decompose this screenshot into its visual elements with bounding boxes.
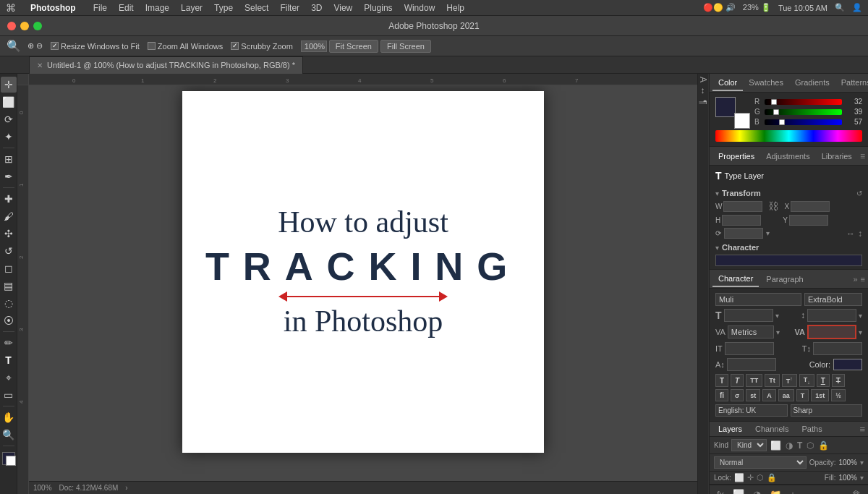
underline-button[interactable]: T [817, 374, 830, 387]
maximize-button[interactable] [33, 22, 42, 30]
rotation-input[interactable]: 0.00° [724, 228, 763, 239]
resize-windows-check[interactable] [51, 42, 59, 50]
transform-y-input[interactable]: 1.01 in [789, 215, 828, 226]
menu-plugins[interactable]: Plugins [364, 3, 392, 13]
color-thumb-r[interactable] [771, 99, 777, 105]
color-slider-b[interactable] [765, 119, 842, 125]
opacity-arrow[interactable]: ▾ [860, 459, 864, 467]
tab-libraries[interactable]: Libraries [816, 149, 858, 163]
fit-screen-button[interactable]: Fit Screen [329, 40, 378, 53]
font-style-dropdown[interactable]: ExtraBold [804, 293, 862, 306]
filter-type-icon[interactable]: T [796, 440, 803, 451]
swash-button[interactable]: A [762, 389, 776, 401]
eyedropper-tool[interactable]: ✒ [1, 169, 17, 184]
add-mask-button[interactable]: ⬜ [730, 487, 747, 494]
tab-channels[interactable]: Channels [749, 422, 794, 436]
add-adjustment-button[interactable]: ◑ [750, 487, 764, 494]
lasso-tool[interactable]: ⟳ [1, 111, 17, 127]
zoom-in-icon[interactable]: ⊕ [27, 41, 34, 51]
tab-paragraph[interactable]: Paragraph [760, 272, 809, 286]
scrubby-zoom-check[interactable] [231, 42, 239, 50]
tracking-arrow[interactable]: ▾ [859, 328, 862, 336]
transform-w-input[interactable]: 3.59 in [723, 201, 762, 212]
eraser-tool[interactable]: ◻ [1, 260, 17, 276]
leading-arrow[interactable]: ▾ [859, 312, 862, 320]
contextual-button[interactable]: aa [778, 389, 794, 401]
character-collapse-icon[interactable]: ▾ [715, 244, 719, 252]
strikethrough-button[interactable]: T [832, 374, 845, 387]
flip-h-icon[interactable]: ↔ [846, 229, 855, 239]
hand-tool[interactable]: ✋ [1, 409, 17, 425]
mid-icon-3[interactable]: ¶ [698, 100, 708, 104]
lock-pixels-icon[interactable]: ⬜ [734, 473, 744, 482]
ordinal-button[interactable]: 1st [811, 389, 829, 401]
gradient-tool[interactable]: ▤ [1, 278, 17, 294]
color-thumb-b[interactable] [779, 119, 785, 125]
transform-reset[interactable]: ↺ [856, 189, 862, 197]
color-thumb-g[interactable] [773, 109, 779, 115]
font-size-arrow[interactable]: ▾ [775, 312, 779, 320]
foreground-color-swatch[interactable] [2, 452, 15, 465]
fill-screen-button[interactable]: Fill Screen [380, 40, 431, 53]
italic-button[interactable]: T [731, 374, 744, 387]
foreground-swatch[interactable] [715, 97, 736, 117]
zoom-tool[interactable]: 🔍 [1, 427, 17, 443]
superscript-button[interactable]: T↑ [782, 374, 797, 387]
blur-tool[interactable]: ◌ [1, 295, 17, 311]
menu-image[interactable]: Image [145, 3, 169, 13]
menu-type[interactable]: Type [214, 3, 233, 13]
char-panel-expand[interactable]: » [853, 275, 857, 284]
transform-collapse-icon[interactable]: ▾ [715, 189, 719, 197]
document-tab[interactable]: ✕ Untitled-1 @ 100% (How to adjust TRACK… [29, 56, 303, 74]
layers-panel-menu[interactable]: ≡ [859, 424, 865, 435]
tab-adjustments[interactable]: Adjustments [760, 149, 816, 163]
add-layer-button[interactable]: + [787, 487, 799, 494]
lock-all-icon[interactable]: 🔒 [767, 473, 777, 482]
zoom-all-check[interactable] [148, 42, 156, 50]
char-color-swatch[interactable] [833, 359, 862, 370]
tab-layers[interactable]: Layers [712, 422, 748, 436]
menu-window[interactable]: Window [404, 3, 435, 13]
lock-artboard-icon[interactable]: ⬡ [757, 473, 764, 482]
move-tool[interactable]: ✛ [1, 77, 17, 93]
pen-tool[interactable]: ✏ [1, 335, 17, 351]
oldstyle-button[interactable]: σ [731, 389, 744, 401]
tab-close-icon[interactable]: ✕ [37, 61, 43, 69]
filter-smart-icon[interactable]: 🔒 [817, 440, 830, 451]
font-family-dropdown[interactable]: Muli [715, 293, 801, 306]
kerning-arrow[interactable]: ▾ [776, 328, 780, 336]
menu-select[interactable]: Select [244, 3, 268, 13]
menu-help[interactable]: Help [446, 3, 464, 13]
crop-tool[interactable]: ⊞ [1, 151, 17, 167]
tracking-input[interactable]: 300 [807, 325, 856, 339]
tab-patterns[interactable]: Patterns [835, 75, 868, 91]
path-selection-tool[interactable]: ⌖ [1, 370, 17, 386]
layer-fx-button[interactable]: fx [714, 487, 727, 494]
uppercase-button[interactable]: TT [746, 374, 762, 387]
tab-character[interactable]: Character [712, 271, 759, 287]
tab-gradients[interactable]: Gradients [789, 75, 835, 91]
language-dropdown[interactable]: English: UK [715, 404, 788, 417]
mid-icon-1[interactable]: A [698, 77, 708, 82]
menu-file[interactable]: File [93, 3, 107, 13]
tab-properties[interactable]: Properties [712, 149, 760, 163]
color-slider-r[interactable] [765, 99, 842, 105]
type-tool[interactable]: T [1, 352, 17, 368]
mid-icon-2[interactable]: ↔ [698, 87, 708, 95]
menu-view[interactable]: View [333, 3, 352, 13]
bold-button[interactable]: T [715, 374, 728, 387]
smallcaps-button[interactable]: Tt [765, 374, 780, 387]
add-group-button[interactable]: 📁 [767, 487, 784, 494]
ligatures-button[interactable]: fi [715, 389, 728, 401]
shape-tool[interactable]: ▭ [1, 387, 17, 403]
filter-adjust-icon[interactable]: ◑ [785, 440, 793, 451]
fractions-button[interactable]: ½ [831, 389, 846, 401]
fill-arrow[interactable]: ▾ [860, 474, 864, 482]
user-icon[interactable]: 👤 [852, 3, 862, 12]
color-slider-g[interactable] [765, 109, 842, 115]
titling-button[interactable]: T [796, 389, 809, 401]
blend-mode-select[interactable]: Normal [714, 456, 807, 469]
marquee-tool[interactable]: ⬜ [1, 94, 17, 110]
baseline-input[interactable]: 0 pt [727, 358, 776, 371]
char-panel-menu[interactable]: ≡ [861, 275, 865, 284]
